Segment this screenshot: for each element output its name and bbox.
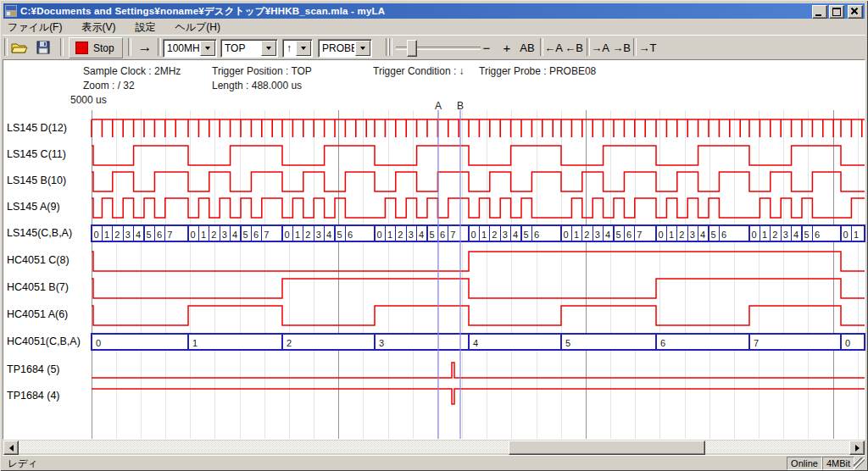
- bus-value: 3: [316, 230, 321, 240]
- bus-value: 4: [419, 230, 424, 240]
- goto-trigger-button[interactable]: →T: [637, 38, 659, 57]
- bus-value: 6: [440, 230, 445, 240]
- bus-value: 0: [94, 230, 99, 240]
- chevron-down-icon[interactable]: [261, 41, 276, 56]
- bus-value: 0: [659, 230, 664, 240]
- cursor-ab-button[interactable]: AB: [516, 38, 538, 57]
- goto-cursor-a-button[interactable]: ←A: [543, 38, 564, 57]
- trigger-position-select[interactable]: TOP: [220, 39, 278, 58]
- bus-value: 0: [285, 230, 290, 240]
- title-bar[interactable]: C:¥Documents and Settings¥noname¥デスクトップ¥…: [3, 3, 865, 19]
- bus-value: 4: [473, 338, 478, 348]
- sample-clock-select[interactable]: 100MHz: [163, 39, 217, 58]
- save-button[interactable]: [33, 38, 53, 57]
- waveform-plot[interactable]: 0123456701234567012345601234567012345601…: [0, 107, 865, 440]
- bus-value: 0: [96, 338, 101, 348]
- bus-value: 3: [379, 338, 384, 348]
- trigger-position-info: Trigger Position : TOP: [212, 65, 312, 77]
- zoom-out-button[interactable]: −: [477, 38, 496, 57]
- trigger-probe-select[interactable]: PROBE00: [318, 39, 372, 58]
- waveform-ls145-b-10-: [92, 172, 865, 191]
- scrollbar-thumb[interactable]: [509, 441, 705, 455]
- minimize-button[interactable]: [812, 5, 827, 19]
- scroll-left-button[interactable]: [3, 441, 19, 455]
- bus-cell: [188, 334, 282, 350]
- bus-value: 7: [637, 230, 642, 240]
- menu-settings[interactable]: 設定: [131, 19, 159, 36]
- bus-value: 3: [503, 230, 508, 240]
- bus-value: 2: [114, 230, 120, 240]
- zoom-info: Zoom : / 32: [83, 80, 135, 91]
- waveform-hc4051-b-7-: [92, 279, 865, 298]
- bus-value: 3: [125, 230, 131, 240]
- bus-cell: [656, 334, 749, 350]
- stop-label: Stop: [93, 42, 114, 54]
- arrow-left-icon: [9, 445, 14, 452]
- bus-value: 6: [626, 230, 632, 240]
- memory-indicator: 4MBit: [822, 457, 854, 470]
- bus-value: 1: [574, 230, 579, 240]
- menu-help[interactable]: ヘルプ(H): [170, 19, 225, 36]
- move-cursor-b-button[interactable]: →B: [611, 38, 632, 57]
- bus-value: 2: [492, 230, 497, 240]
- maximize-button[interactable]: [829, 5, 844, 19]
- bus-value: 7: [754, 338, 759, 348]
- toolbar-separator: [60, 38, 64, 56]
- waveform-tp1684-4-: [92, 389, 865, 404]
- close-button[interactable]: [848, 5, 863, 19]
- menu-view[interactable]: 表示(V): [77, 19, 120, 36]
- trigger-probe-info: Trigger Probe : PROBE08: [479, 65, 596, 77]
- scroll-right-button[interactable]: [849, 441, 865, 455]
- bus-value: 1: [762, 230, 767, 240]
- chevron-down-icon[interactable]: [296, 41, 311, 56]
- chevron-down-icon[interactable]: [200, 41, 215, 56]
- bus-value: 7: [167, 230, 172, 240]
- trigger-position-value: TOP: [221, 42, 260, 54]
- bus-value: 6: [157, 230, 162, 240]
- waveform-ls145-a-9-: [92, 198, 865, 218]
- bus-value: 1: [295, 230, 300, 240]
- bus-value: 0: [843, 230, 849, 240]
- bus-value: 4: [700, 230, 705, 240]
- bus-value: 1: [192, 338, 198, 348]
- zoom-slider[interactable]: [396, 38, 481, 57]
- zoom-in-button[interactable]: +: [498, 38, 516, 57]
- waveform-ls145-d-12-: [92, 119, 865, 137]
- goto-cursor-b-button[interactable]: ←B: [564, 38, 584, 57]
- bus-value: 2: [772, 230, 777, 240]
- bus-value: 4: [793, 230, 798, 240]
- waveform-tp1684-5-: [92, 363, 865, 378]
- bus-value: 6: [534, 230, 539, 240]
- save-floppy-icon: [36, 41, 50, 54]
- bus-value: 2: [398, 230, 403, 240]
- waveform-ls145-c-11-: [92, 146, 865, 165]
- bus-value: 0: [471, 230, 476, 240]
- bus-value: 1: [481, 230, 487, 240]
- bus-cell: [92, 334, 188, 350]
- toolbar-separator: [4, 38, 8, 56]
- run-button[interactable]: →: [133, 38, 157, 57]
- move-cursor-a-button[interactable]: →A: [590, 38, 610, 57]
- bus-value: 6: [348, 230, 353, 240]
- chevron-down-icon[interactable]: [355, 41, 370, 56]
- menu-file[interactable]: ファイル(F): [3, 19, 66, 36]
- bus-cell: [469, 334, 561, 350]
- status-bar: レディ Online 4MBit: [3, 455, 865, 469]
- bus-value: 0: [564, 230, 569, 240]
- open-file-button[interactable]: [9, 38, 30, 57]
- bus-value: 5: [337, 230, 342, 240]
- bus-value: 3: [690, 230, 695, 240]
- trigger-edge-select[interactable]: ↑: [282, 39, 313, 58]
- bus-value: 7: [450, 230, 455, 240]
- horizontal-scrollbar[interactable]: [3, 441, 865, 453]
- length-info: Length : 488.000 us: [212, 80, 302, 91]
- bus-value: 2: [211, 230, 216, 240]
- bus-value: 6: [660, 338, 665, 348]
- resize-grip[interactable]: [854, 457, 865, 468]
- maximize-icon: [832, 8, 841, 16]
- app-icon[interactable]: [5, 5, 17, 17]
- window-title: C:¥Documents and Settings¥noname¥デスクトップ¥…: [20, 5, 385, 18]
- stop-button[interactable]: Stop: [69, 37, 123, 58]
- sample-clock-info: Sample Clock : 2MHz: [83, 65, 181, 77]
- slider-thumb[interactable]: [407, 40, 417, 57]
